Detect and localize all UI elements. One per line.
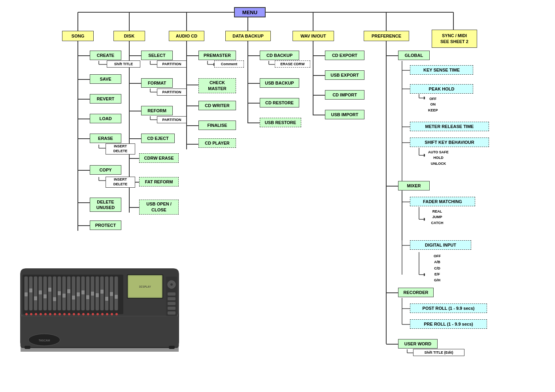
song-delete-unused[interactable]: DELETEUNUSED	[90, 198, 121, 212]
song-protect[interactable]: PROTECT	[90, 220, 121, 230]
pref-post-roll[interactable]: POST ROLL (1 - 9.9 secs)	[410, 303, 487, 313]
category-audiocd: AUDIO CD	[169, 31, 204, 41]
wav-usb-import[interactable]: USB IMPORT	[325, 110, 364, 119]
song-erase[interactable]: ERASE	[90, 134, 121, 143]
pref-global[interactable]: GLOBAL	[398, 51, 430, 60]
svg-rect-178	[96, 293, 99, 297]
audiocd-finalise[interactable]: FINALISE	[198, 121, 236, 130]
song-shift-title: Shift TITLE	[107, 60, 140, 68]
svg-rect-151	[62, 277, 66, 310]
device-image: DISPLAY	[17, 253, 187, 371]
pref-digital-input[interactable]: DIGITAL INPUT	[410, 240, 471, 250]
disk-partition-3: PARTITION	[157, 116, 187, 123]
databackup-erase-cdrw: ERASE CDRW	[275, 60, 310, 68]
svg-rect-166	[39, 290, 42, 294]
audiocd-comment: Comment	[214, 60, 244, 68]
databackup-cd-backup[interactable]: CD BACKUP	[260, 51, 299, 60]
svg-point-195	[82, 313, 85, 315]
svg-rect-144	[29, 277, 32, 310]
databackup-usb-restore[interactable]: USB RESTORE	[260, 118, 301, 127]
svg-point-201	[111, 313, 113, 315]
svg-point-190	[59, 313, 61, 315]
svg-rect-256	[21, 347, 179, 352]
audiocd-cd-writer[interactable]: CD WRITER	[198, 101, 236, 110]
databackup-cd-restore[interactable]: CD RESTORE	[260, 98, 299, 107]
svg-rect-246	[168, 292, 176, 296]
pref-shift-key-behaviour[interactable]: SHIFT KEY BEHAVIOUR	[410, 138, 489, 147]
svg-point-183	[25, 313, 28, 315]
disk-format[interactable]: FORMAT	[141, 78, 173, 88]
svg-rect-165	[34, 296, 37, 300]
svg-rect-179	[100, 290, 104, 294]
databackup-usb-backup[interactable]: USB BACKUP	[260, 78, 299, 88]
svg-rect-247	[168, 297, 176, 300]
svg-rect-153	[72, 277, 75, 310]
device-svg: DISPLAY	[17, 253, 187, 364]
wav-cd-import[interactable]: CD IMPORT	[325, 90, 364, 100]
svg-rect-176	[86, 295, 89, 299]
disk-cdrw-erase[interactable]: CDRW ERASE	[139, 153, 179, 163]
disk-partition-2: PARTITION	[157, 89, 187, 96]
svg-rect-180	[105, 297, 108, 301]
wav-cd-export[interactable]: CD EXPORT	[325, 51, 364, 60]
category-syncmidi: SYNC / MIDISEE SHEET 2	[432, 30, 477, 48]
pref-user-word[interactable]: USER WORD	[398, 339, 438, 349]
svg-rect-249	[168, 307, 176, 310]
song-create[interactable]: CREATE	[90, 51, 121, 60]
song-insert-delete-1: INSERTDELETE	[106, 143, 135, 155]
pref-digital-options: OFFA/BC/DE/FG/H	[425, 252, 449, 282]
pref-mixer[interactable]: MIXER	[398, 181, 430, 190]
svg-rect-169	[53, 297, 56, 301]
category-preference: PREFERENCE	[364, 31, 409, 41]
pref-recorder[interactable]: RECORDER	[398, 288, 434, 297]
disk-fat-reform[interactable]: FAT REFORM	[139, 177, 179, 187]
svg-point-194	[77, 313, 80, 315]
svg-point-200	[106, 313, 108, 315]
svg-point-198	[96, 313, 99, 315]
svg-rect-172	[67, 289, 70, 293]
diagram-container: MENU SONG CREATE Shift TITLE SAVE REVERT…	[5, 0, 550, 8]
svg-point-187	[44, 313, 47, 315]
pref-peak-hold[interactable]: PEAK HOLD	[410, 84, 473, 94]
svg-rect-163	[25, 292, 28, 296]
disk-select[interactable]: SELECT	[141, 51, 173, 60]
pref-key-sense-time[interactable]: KEY SENSE TIME	[410, 65, 473, 75]
audiocd-check-master[interactable]: CHECKMASTER	[198, 78, 236, 93]
pref-pre-roll[interactable]: PRE ROLL (1 - 9.9 secs)	[410, 319, 487, 329]
category-disk: DISK	[113, 31, 145, 41]
pref-meter-release-time[interactable]: METER RELEASE TIME	[410, 122, 489, 131]
svg-point-197	[92, 313, 94, 315]
audiocd-cd-player[interactable]: CD PLAYER	[198, 138, 236, 148]
song-load[interactable]: LOAD	[90, 114, 121, 123]
disk-usb-open-close[interactable]: USB OPEN /CLOSE	[139, 200, 179, 215]
svg-rect-162	[115, 277, 118, 310]
svg-point-245	[170, 283, 173, 286]
svg-rect-248	[168, 302, 176, 305]
wav-usb-export[interactable]: USB EXPORT	[325, 70, 364, 80]
svg-point-193	[73, 313, 75, 315]
category-song: SONG	[62, 31, 94, 41]
song-insert-delete-2: INSERTDELETE	[106, 177, 135, 188]
svg-rect-250	[168, 311, 176, 315]
svg-rect-147	[43, 277, 47, 310]
svg-rect-167	[43, 294, 47, 298]
pref-fader-options: REALJUMPCATCH	[425, 207, 449, 227]
svg-point-196	[87, 313, 89, 315]
pref-peak-hold-options: OFFONKEEP	[425, 95, 449, 113]
menu-box: MENU	[234, 7, 266, 17]
pref-shift-key-options: AUTO SAFEHOLDUNLOCK	[425, 148, 455, 168]
category-databackup: DATA BACKUP	[225, 31, 271, 41]
svg-rect-164	[29, 288, 32, 292]
svg-point-184	[30, 313, 32, 315]
svg-rect-175	[81, 290, 85, 294]
svg-point-185	[35, 313, 37, 315]
svg-rect-173	[72, 296, 75, 300]
disk-cd-eject[interactable]: CD EJECT	[141, 134, 175, 143]
song-revert[interactable]: REVERT	[90, 94, 121, 104]
song-save[interactable]: SAVE	[90, 74, 121, 84]
pref-fader-matching[interactable]: FADER MATCHING	[410, 197, 475, 206]
audiocd-premaster[interactable]: PREMASTER	[198, 51, 236, 60]
song-copy[interactable]: COPY	[90, 165, 121, 175]
disk-reform[interactable]: REFORM	[141, 106, 173, 115]
svg-rect-181	[110, 292, 113, 296]
